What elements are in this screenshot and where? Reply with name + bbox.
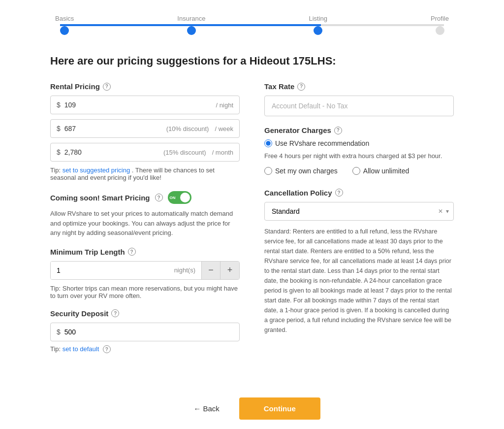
rental-pricing-section-label: Rental Pricing ? <box>50 82 240 91</box>
cancellation-policy-select[interactable]: Standard Flexible Strict <box>264 202 454 221</box>
progress-bar: Basics Insurance Listing Profile <box>50 15 454 35</box>
min-trip-help-icon[interactable]: ? <box>128 248 136 256</box>
generator-charges-help-icon[interactable]: ? <box>334 127 342 134</box>
step-label-basics: Basics <box>55 15 74 22</box>
rental-pricing-tip: Tip: set to suggested pricing . There wi… <box>50 166 240 181</box>
main-content: Rental Pricing ? $ / night $ (10% discou… <box>50 82 454 363</box>
security-dollar-sign: $ <box>57 328 61 336</box>
security-deposit-input-row: $ <box>50 323 240 341</box>
nights-label: night(s) <box>168 262 201 279</box>
security-tip-prefix: Tip: <box>50 345 61 353</box>
radio-row-rv-recommendation: Use RVshare recommendation <box>264 139 454 147</box>
page-title: Here are our pricing suggestions for a H… <box>50 55 454 67</box>
set-to-default-link[interactable]: set to default <box>63 345 99 353</box>
right-column: Tax Rate ? Account Default - No Tax Gene… <box>264 82 454 363</box>
step-label-listing: Listing <box>309 15 327 22</box>
rental-pricing-help-icon[interactable]: ? <box>103 83 111 91</box>
stepper-group: − + <box>201 262 239 279</box>
radio-set-own-label[interactable]: Set my own charges <box>275 167 338 175</box>
smart-pricing-row: Coming soon! Smart Pricing ? <box>50 191 240 204</box>
min-trip-input[interactable] <box>51 262 168 279</box>
month-discount: (15% discount) <box>163 149 206 156</box>
night-dollar-sign: $ <box>57 101 61 109</box>
week-price-row: $ (10% discount) / week <box>50 119 240 138</box>
cancellation-policy-label: Cancellation Policy <box>264 189 332 197</box>
smart-pricing-description: Allow RVshare to set your prices to auto… <box>50 209 240 238</box>
stepper-minus-button[interactable]: − <box>202 262 220 279</box>
radio-rv-recommendation-label[interactable]: Use RVshare recommendation <box>275 139 369 147</box>
cancellation-policy-description: Standard: Renters are entitled to a full… <box>264 227 454 335</box>
continue-button[interactable]: Continue <box>239 397 320 420</box>
tax-rate-label: Tax Rate <box>264 82 294 91</box>
page-container: Basics Insurance Listing Profile Here ar… <box>31 0 473 429</box>
tax-rate-help-icon[interactable]: ? <box>297 83 305 91</box>
week-price-input[interactable] <box>64 125 160 132</box>
radio-row-unlimited: Allow unlimited <box>352 167 409 175</box>
radio-options-row: Set my own charges Allow unlimited <box>264 167 454 179</box>
step-dot-profile <box>436 26 444 35</box>
generator-charges-section-label: Generator Charges ? <box>264 126 454 134</box>
progress-step-listing: Listing <box>309 15 327 35</box>
min-trip-tip: Tip: Shorter trips can mean more reserva… <box>50 285 240 299</box>
month-period: / month <box>212 149 233 156</box>
progress-step-basics: Basics <box>55 15 74 35</box>
security-deposit-help-icon[interactable]: ? <box>111 309 119 317</box>
set-suggested-pricing-link[interactable]: set to suggested pricing <box>63 166 130 174</box>
cancellation-policy-select-wrapper: Standard Flexible Strict ✕ ▾ <box>264 202 454 221</box>
step-label-profile: Profile <box>431 15 449 22</box>
rental-pricing-label: Rental Pricing <box>50 82 100 91</box>
security-deposit-input[interactable] <box>64 328 233 336</box>
min-trip-label: Minimum Trip Length <box>50 248 125 256</box>
radio-rv-recommendation[interactable] <box>264 139 272 147</box>
night-period: / night <box>216 101 233 109</box>
tax-rate-section-label: Tax Rate ? <box>264 82 454 91</box>
step-dot-insurance <box>187 26 196 35</box>
step-label-insurance: Insurance <box>177 15 205 22</box>
progress-track <box>60 24 444 26</box>
night-price-row: $ / night <box>50 96 240 114</box>
radio-unlimited-label[interactable]: Allow unlimited <box>363 167 409 175</box>
month-price-input[interactable] <box>64 148 158 156</box>
month-price-row: $ (15% discount) / month <box>50 143 240 162</box>
back-button[interactable]: ← Back <box>184 398 229 419</box>
step-dot-listing <box>314 26 322 35</box>
smart-pricing-label: Coming soon! Smart Pricing <box>50 194 150 202</box>
min-trip-section-label: Minimum Trip Length ? <box>50 248 240 256</box>
set-default-help-icon[interactable]: ? <box>103 345 111 353</box>
generator-charges-label: Generator Charges <box>264 126 331 134</box>
progress-step-profile: Profile <box>431 15 449 35</box>
tax-rate-display[interactable]: Account Default - No Tax <box>264 96 454 116</box>
left-column: Rental Pricing ? $ / night $ (10% discou… <box>50 82 240 363</box>
week-discount: (10% discount) <box>166 125 209 132</box>
tip-prefix: Tip: <box>50 166 61 174</box>
radio-unlimited[interactable] <box>352 167 360 175</box>
smart-pricing-toggle[interactable] <box>168 191 191 204</box>
footer-buttons: ← Back Continue <box>50 388 454 420</box>
cancellation-policy-section-label: Cancellation Policy ? <box>264 189 454 197</box>
month-dollar-sign: $ <box>57 148 61 156</box>
night-price-input[interactable] <box>64 101 216 109</box>
week-dollar-sign: $ <box>57 125 61 132</box>
smart-pricing-help-icon[interactable]: ? <box>155 194 163 201</box>
security-deposit-section-label: Security Deposit ? <box>50 309 240 318</box>
radio-set-own[interactable] <box>264 167 272 175</box>
toggle-knob <box>180 193 190 202</box>
security-deposit-tip: Tip: set to default ? <box>50 345 240 354</box>
step-dot-basics <box>60 26 69 35</box>
min-trip-input-row: night(s) − + <box>50 261 240 280</box>
week-period: / week <box>215 125 233 132</box>
security-deposit-label: Security Deposit <box>50 309 108 318</box>
cancellation-policy-help-icon[interactable]: ? <box>335 189 343 197</box>
radio-row-set-own: Set my own charges <box>264 167 338 175</box>
stepper-plus-button[interactable]: + <box>220 262 239 279</box>
generator-description: Free 4 hours per night with extra hours … <box>264 151 454 161</box>
progress-step-insurance: Insurance <box>177 15 205 35</box>
